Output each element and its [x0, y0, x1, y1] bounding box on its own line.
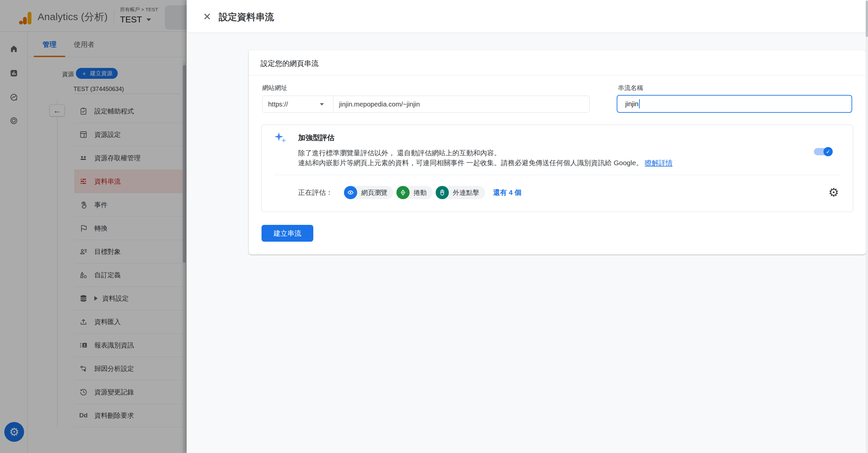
dialog-scrollbar-thumb[interactable] [866, 1, 868, 37]
dropdown-arrow-icon [320, 103, 324, 105]
enhanced-measurement-title: 加強型評估 [298, 133, 334, 143]
learn-more-link[interactable]: 瞭解詳情 [645, 159, 673, 166]
text-cursor [639, 99, 640, 108]
website-url-input[interactable]: jinjin.mepopedia.com/~jinjin [333, 96, 589, 112]
dialog-header: ✕ 設定資料串流 [187, 0, 868, 33]
enhanced-measurement-description: 除了進行標準瀏覽量評估以外， 還自動評估網站上的互動和內容。 連結和內嵌影片等網… [298, 148, 720, 168]
card-title: 設定您的網頁串流 [260, 59, 318, 69]
web-stream-card: 設定您的網頁串流 網站網址 串流名稱 https:// jinjin.mepop… [249, 50, 866, 255]
chip-scrolls: 捲動 [396, 186, 433, 199]
settings-gear-icon[interactable]: ⚙ [829, 187, 839, 198]
enhanced-measurement-toggle[interactable]: ✓ [814, 148, 832, 155]
measuring-chips: 網頁瀏覽 捲動 [344, 186, 485, 199]
card-divider [249, 75, 866, 75]
website-url-field: https:// jinjin.mepopedia.com/~jinjin [262, 96, 590, 113]
stream-name-input[interactable]: jinjin [617, 95, 852, 113]
chip-outbound-clicks: 外連點擊 [436, 186, 485, 199]
dialog-scrollbar-track [866, 0, 868, 453]
enhanced-measurement-box: 加強型評估 除了進行標準瀏覽量評估以外， 還自動評估網站上的互動和內容。 連結和… [261, 125, 853, 212]
sparkle-icon [273, 131, 287, 145]
create-stream-button[interactable]: 建立串流 [261, 225, 313, 242]
measuring-row: 正在評估： 網頁瀏覽 [298, 185, 839, 200]
analytics-app: Analytics (分析) 所有帳戶 > TEST TEST [0, 0, 868, 453]
chip-pageviews: 網頁瀏覽 [344, 186, 394, 199]
stream-name-label: 串流名稱 [618, 84, 643, 92]
close-icon[interactable]: ✕ [199, 8, 215, 24]
scroll-icon [396, 186, 410, 199]
box-divider [274, 175, 841, 175]
website-url-label: 網站網址 [262, 84, 287, 92]
toggle-thumb-check-icon: ✓ [824, 147, 833, 156]
pageview-eye-icon [344, 186, 357, 199]
outbound-click-mouse-icon [436, 186, 449, 199]
protocol-select[interactable]: https:// [262, 96, 333, 112]
more-measurements-link[interactable]: 還有 4 個 [493, 188, 521, 197]
setup-data-stream-dialog: ✕ 設定資料串流 設定您的網頁串流 網站網址 串流名稱 https:// jin… [187, 0, 868, 453]
measuring-label: 正在評估： [298, 188, 333, 197]
dialog-title: 設定資料串流 [219, 11, 274, 24]
